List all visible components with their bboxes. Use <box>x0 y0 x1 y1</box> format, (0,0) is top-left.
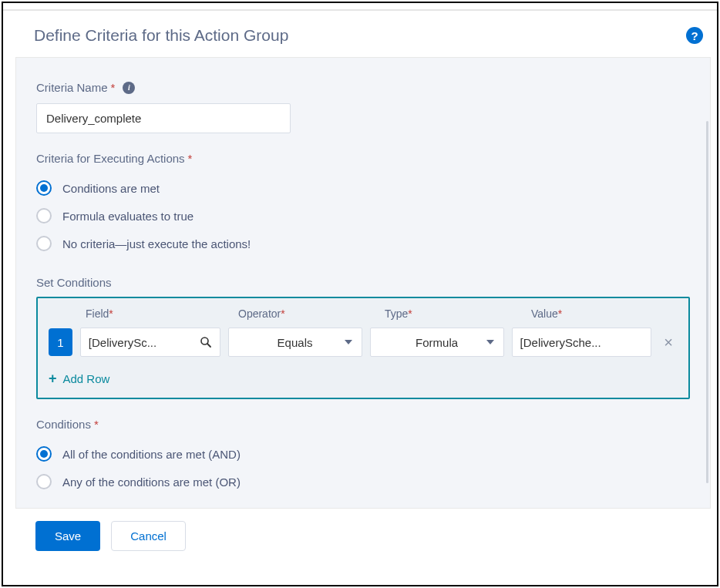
plus-icon: + <box>49 371 57 387</box>
criteria-panel: Criteria Name* i Criteria for Executing … <box>15 57 711 509</box>
radio-conditions-met[interactable]: Conditions are met <box>36 174 690 202</box>
add-row-button[interactable]: + Add Row <box>49 371 678 387</box>
radio-label: All of the conditions are met (AND) <box>62 448 241 461</box>
radio-no-criteria[interactable]: No criteria—just execute the actions! <box>36 230 690 257</box>
conditions-box: Field* Operator* Type* Value* 1 [Del <box>36 297 690 399</box>
radio-icon <box>36 180 52 196</box>
info-icon[interactable]: i <box>123 82 135 94</box>
row-number: 1 <box>49 328 72 356</box>
criteria-name-input[interactable] <box>36 103 291 133</box>
svg-line-1 <box>207 344 210 347</box>
help-icon[interactable]: ? <box>686 27 703 44</box>
radio-icon <box>36 474 52 489</box>
radio-label: Conditions are met <box>62 182 160 195</box>
criteria-name-label: Criteria Name* i <box>36 81 690 94</box>
search-icon <box>200 336 212 348</box>
remove-row-button[interactable]: × <box>659 334 678 351</box>
scrollbar[interactable] <box>706 121 708 483</box>
radio-icon <box>36 446 52 462</box>
page-title: Define Criteria for this Action Group <box>34 26 288 45</box>
operator-select[interactable]: Equals <box>228 328 362 357</box>
col-operator-label: Operator* <box>238 307 377 320</box>
radio-icon <box>36 236 52 251</box>
field-lookup-input[interactable]: [DeliverySc... <box>80 328 220 357</box>
radio-any-or[interactable]: Any of the conditions are met (OR) <box>36 468 690 496</box>
set-conditions-label: Set Conditions <box>36 276 690 289</box>
condition-row: 1 [DeliverySc... Equals Formula <box>49 328 678 357</box>
radio-all-and[interactable]: All of the conditions are met (AND) <box>36 440 690 468</box>
chevron-down-icon <box>486 340 494 344</box>
type-select[interactable]: Formula <box>370 328 504 357</box>
chevron-down-icon <box>345 340 352 344</box>
radio-label: Any of the conditions are met (OR) <box>62 475 241 489</box>
col-type-label: Type* <box>385 307 523 320</box>
radio-icon <box>36 208 52 223</box>
radio-label: Formula evaluates to true <box>62 210 193 223</box>
col-field-label: Field* <box>86 307 230 320</box>
footer: Save Cancel <box>15 509 711 563</box>
radio-label: No criteria—just execute the actions! <box>62 237 251 250</box>
save-button[interactable]: Save <box>35 521 100 551</box>
conditions-logic-label: Conditions* <box>36 418 690 431</box>
col-value-label: Value* <box>531 307 676 320</box>
cancel-button[interactable]: Cancel <box>111 521 186 551</box>
value-input[interactable]: [DeliverySche... <box>512 328 652 357</box>
radio-formula-true[interactable]: Formula evaluates to true <box>36 202 690 230</box>
criteria-exec-label: Criteria for Executing Actions* <box>36 152 690 165</box>
